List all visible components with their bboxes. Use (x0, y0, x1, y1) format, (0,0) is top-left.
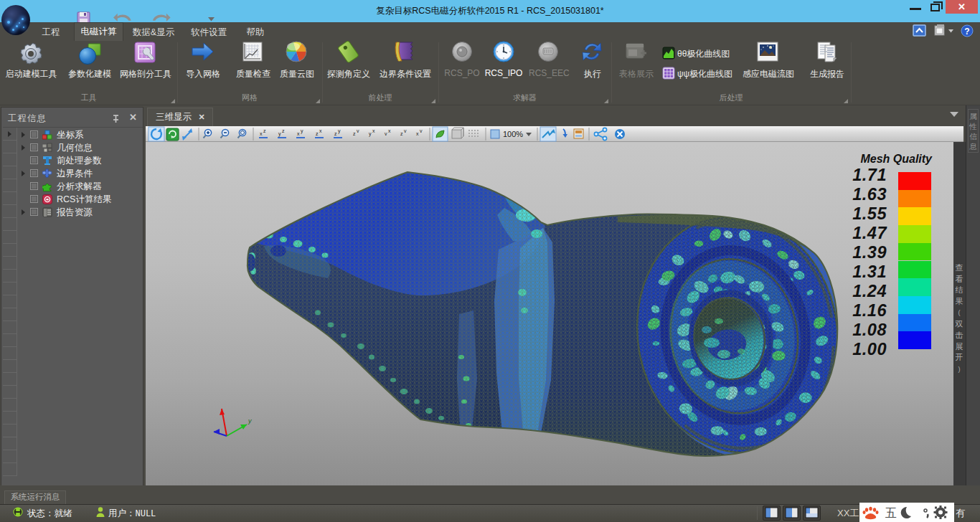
svg-text:v: v (420, 128, 423, 133)
svg-text:x: x (260, 131, 263, 136)
svg-text:100%: 100% (503, 130, 523, 138)
svg-text:x: x (372, 128, 375, 133)
svg-text:z: z (334, 131, 337, 136)
svg-text:z: z (400, 131, 403, 136)
svg-text:y: y (248, 417, 252, 424)
svg-text:z: z (282, 128, 285, 133)
svg-text:x: x (297, 131, 300, 136)
svg-text:y: y (278, 131, 281, 137)
svg-text:v: v (404, 128, 407, 133)
svg-text:z: z (263, 128, 266, 133)
svg-text:v: v (385, 131, 387, 136)
svg-text:y: y (338, 128, 341, 134)
svg-text:v: v (357, 128, 359, 133)
svg-text:y: y (369, 131, 372, 137)
svg-text:z: z (353, 131, 356, 136)
svg-text:五: 五 (885, 507, 897, 519)
svg-text:y: y (301, 128, 303, 134)
svg-text:z: z (316, 131, 319, 136)
svg-text:x: x (388, 128, 391, 133)
svg-text:?: ? (964, 27, 969, 37)
svg-text:x: x (319, 128, 322, 133)
svg-text:x: x (416, 131, 419, 136)
